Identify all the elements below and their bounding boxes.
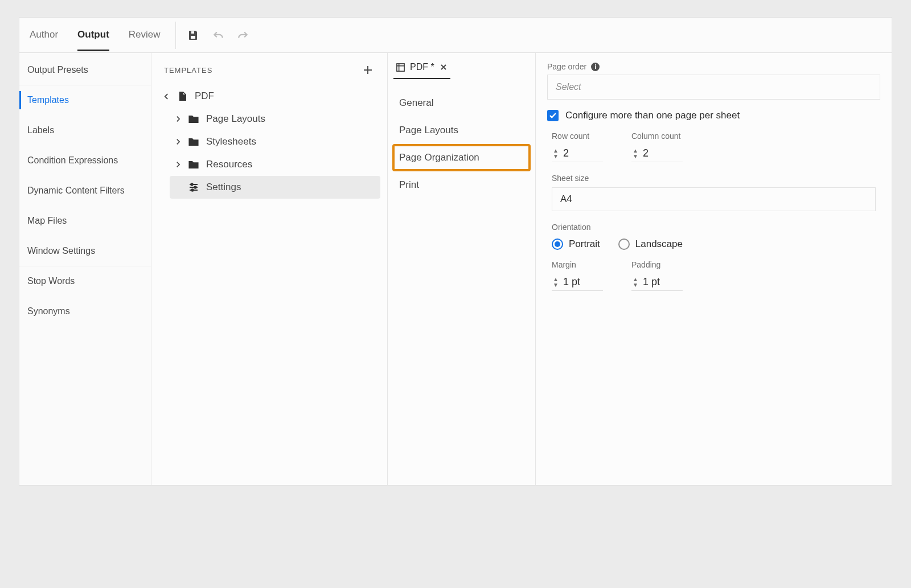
- folder-icon: [188, 113, 199, 125]
- settings-sub-panel: PDF * General Page Layouts Page Organiza…: [388, 53, 536, 485]
- margin-label: Margin: [552, 260, 603, 269]
- toolbar-icons: [187, 30, 249, 41]
- row-count-field: Row count ▲▼ 2: [552, 131, 603, 162]
- step-down-icon: ▼: [633, 283, 638, 287]
- radio-landscape[interactable]: Landscape: [618, 239, 683, 250]
- stepper-arrows[interactable]: ▲▼: [633, 277, 638, 287]
- svg-point-1: [194, 186, 196, 188]
- tab-output[interactable]: Output: [77, 19, 109, 51]
- save-icon[interactable]: [187, 30, 199, 41]
- sub-tab-label: PDF *: [410, 62, 434, 72]
- sidebar-item-window-settings[interactable]: Window Settings: [19, 236, 151, 266]
- configure-checkbox-row[interactable]: Configure more than one page per sheet: [536, 110, 892, 121]
- templates-title: TEMPLATES: [164, 66, 212, 75]
- page-order-select[interactable]: Select: [547, 75, 880, 100]
- stepper-arrows[interactable]: ▲▼: [633, 149, 638, 159]
- sub-item-print[interactable]: Print: [392, 171, 531, 199]
- tree-item-label: Page Layouts: [206, 113, 265, 125]
- sidebar: Output Presets Templates Labels Conditio…: [19, 53, 151, 485]
- sidebar-item-output-presets[interactable]: Output Presets: [19, 55, 151, 85]
- svg-point-0: [191, 183, 193, 186]
- tree-item-resources[interactable]: Resources: [170, 153, 380, 176]
- tree-item-stylesheets[interactable]: Stylesheets: [170, 130, 380, 153]
- step-down-icon: ▼: [553, 154, 559, 159]
- tree-item-label: Resources: [206, 159, 252, 170]
- margin-stepper[interactable]: ▲▼ 1 pt: [552, 274, 603, 291]
- sub-item-general[interactable]: General: [392, 89, 531, 117]
- info-icon[interactable]: i: [591, 63, 600, 71]
- page-order-label-row: Page order i: [547, 62, 880, 71]
- templates-header: TEMPLATES: [151, 53, 387, 84]
- tree-item-label: Settings: [206, 182, 241, 193]
- padding-field: Padding ▲▼ 1 pt: [631, 260, 683, 291]
- page-order-row: Page order i Select: [536, 62, 892, 100]
- sheet-size-row: Sheet size A4: [536, 174, 892, 211]
- orientation-label: Orientation: [552, 223, 876, 232]
- main-tabs: Author Output Review: [19, 18, 171, 52]
- sub-list: General Page Layouts Page Organization P…: [388, 79, 535, 209]
- add-template-icon[interactable]: [361, 63, 375, 77]
- settings-sliders-icon: [188, 182, 199, 193]
- tree-item-page-layouts[interactable]: Page Layouts: [170, 108, 380, 130]
- orientation-radios: Portrait Landscape: [536, 239, 892, 260]
- sidebar-item-labels[interactable]: Labels: [19, 116, 151, 146]
- orientation-row: Orientation: [536, 223, 892, 232]
- folder-icon: [188, 159, 199, 170]
- page-order-label: Page order: [547, 62, 586, 71]
- chevron-right-icon: [174, 161, 181, 168]
- tab-author[interactable]: Author: [30, 19, 58, 51]
- sidebar-item-dynamic-content-filters[interactable]: Dynamic Content Filters: [19, 176, 151, 206]
- radio-checked-icon: [552, 239, 563, 250]
- sub-tab-bar: PDF *: [388, 53, 535, 79]
- toolbar-divider: [175, 22, 176, 49]
- app-window: Author Output Review Output Presets Temp…: [19, 17, 892, 486]
- column-count-value: 2: [643, 147, 649, 159]
- step-down-icon: ▼: [553, 283, 559, 287]
- radio-landscape-label: Landscape: [635, 239, 683, 250]
- sub-item-page-organization[interactable]: Page Organization: [392, 144, 531, 171]
- row-count-stepper[interactable]: ▲▼ 2: [552, 145, 603, 162]
- sidebar-item-templates[interactable]: Templates: [19, 85, 151, 116]
- stepper-arrows[interactable]: ▲▼: [553, 149, 559, 159]
- sub-tab-pdf[interactable]: PDF *: [393, 57, 450, 79]
- sub-item-page-layouts[interactable]: Page Layouts: [392, 117, 531, 144]
- radio-portrait[interactable]: Portrait: [552, 239, 600, 250]
- tree-root-label: PDF: [195, 91, 214, 102]
- step-up-icon: ▲: [553, 149, 559, 153]
- checkbox-checked-icon[interactable]: [547, 110, 559, 121]
- templates-panel: TEMPLATES PDF: [151, 53, 388, 485]
- configure-label: Configure more than one page per sheet: [565, 110, 740, 121]
- sidebar-item-map-files[interactable]: Map Files: [19, 206, 151, 236]
- sheet-size-select[interactable]: A4: [552, 187, 876, 211]
- svg-point-2: [191, 189, 194, 191]
- pdf-file-icon: [177, 91, 188, 102]
- tree-children: Page Layouts Stylesheets: [170, 108, 380, 199]
- sidebar-item-synonyms[interactable]: Synonyms: [19, 297, 151, 327]
- sidebar-item-condition-expressions[interactable]: Condition Expressions: [19, 146, 151, 176]
- margin-value: 1 pt: [563, 276, 580, 288]
- undo-icon[interactable]: [212, 30, 224, 41]
- sidebar-item-stop-words[interactable]: Stop Words: [19, 266, 151, 297]
- top-bar: Author Output Review: [19, 18, 892, 53]
- svg-rect-3: [397, 63, 404, 71]
- folder-icon: [188, 136, 199, 147]
- step-up-icon: ▲: [553, 277, 559, 282]
- chevron-right-icon: [174, 116, 181, 122]
- redo-icon[interactable]: [237, 30, 249, 41]
- template-tree: PDF Page Layouts: [151, 84, 387, 199]
- tab-review[interactable]: Review: [129, 19, 161, 51]
- radio-unchecked-icon: [618, 239, 630, 250]
- row-col-count: Row count ▲▼ 2 Column count ▲▼ 2: [536, 131, 892, 162]
- stepper-arrows[interactable]: ▲▼: [553, 277, 559, 287]
- column-count-label: Column count: [631, 131, 683, 141]
- column-count-stepper[interactable]: ▲▼ 2: [631, 145, 683, 162]
- row-count-label: Row count: [552, 131, 603, 141]
- tree-root-pdf[interactable]: PDF: [158, 85, 380, 108]
- chevron-left-icon: [163, 93, 170, 100]
- padding-label: Padding: [631, 260, 683, 269]
- padding-stepper[interactable]: ▲▼ 1 pt: [631, 274, 683, 291]
- close-icon[interactable]: [439, 64, 448, 71]
- padding-value: 1 pt: [643, 276, 660, 288]
- tree-item-settings[interactable]: Settings: [170, 176, 380, 199]
- margin-field: Margin ▲▼ 1 pt: [552, 260, 603, 291]
